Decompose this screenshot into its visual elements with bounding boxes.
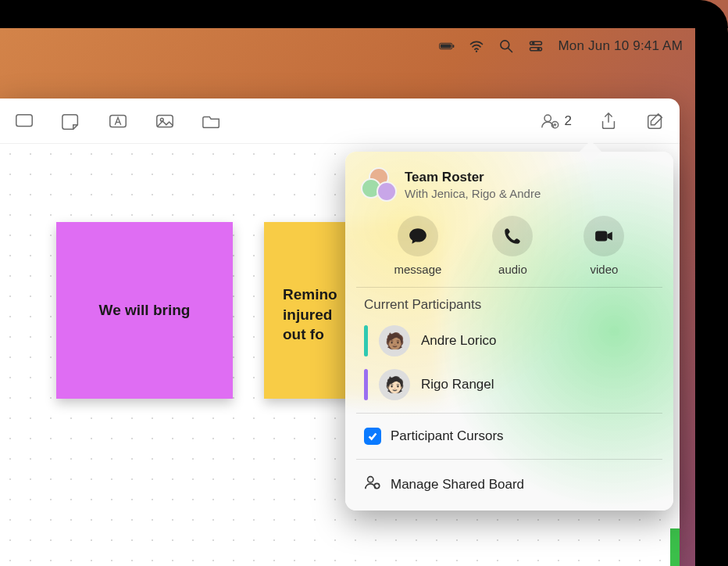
collaboration-popover: Team Roster With Jenica, Rigo & Andre me… bbox=[345, 152, 673, 510]
participants-section-title: Current Participants bbox=[345, 288, 673, 319]
avatar-icon: 🧑🏽 bbox=[379, 325, 410, 356]
svg-rect-17 bbox=[596, 231, 608, 242]
popover-title: Team Roster bbox=[405, 170, 541, 185]
manage-board-icon bbox=[364, 474, 381, 495]
battery-icon[interactable] bbox=[439, 38, 455, 54]
checkbox-checked-icon bbox=[364, 428, 381, 445]
divider bbox=[356, 459, 662, 460]
divider bbox=[356, 413, 662, 414]
svg-point-7 bbox=[532, 41, 535, 45]
svg-rect-8 bbox=[530, 48, 542, 51]
toolbar-shape-button[interactable] bbox=[14, 111, 34, 131]
popover-subtitle: With Jenica, Rigo & Andre bbox=[405, 187, 541, 200]
avatar-icon bbox=[376, 181, 397, 202]
action-label: message bbox=[394, 263, 442, 276]
toolbar-collaborate-button[interactable]: 2 bbox=[540, 111, 572, 131]
audio-button[interactable]: audio bbox=[492, 216, 533, 276]
toolbar-media-button[interactable] bbox=[155, 111, 175, 131]
menubar-datetime[interactable]: Mon Jun 10 9:41 AM bbox=[558, 38, 683, 54]
sticky-note-edge bbox=[670, 528, 680, 566]
svg-point-18 bbox=[368, 477, 373, 482]
participant-name: Andre Lorico bbox=[421, 333, 496, 349]
device-bezel-right bbox=[695, 0, 728, 566]
collaborate-count: 2 bbox=[565, 113, 572, 129]
device-bezel-top bbox=[0, 0, 728, 28]
toolbar: 2 bbox=[0, 99, 680, 144]
phone-icon bbox=[492, 216, 533, 256]
menubar: Mon Jun 10 9:41 AM bbox=[0, 28, 695, 64]
control-center-icon[interactable] bbox=[528, 38, 544, 54]
svg-rect-1 bbox=[441, 45, 451, 48]
svg-point-14 bbox=[544, 115, 551, 121]
action-label: video bbox=[591, 263, 619, 276]
manage-shared-board-label: Manage Shared Board bbox=[391, 477, 524, 493]
video-button[interactable]: video bbox=[583, 216, 624, 276]
participant-cursors-label: Participant Cursors bbox=[391, 428, 504, 444]
sticky-text: Remino injured out fo bbox=[283, 285, 337, 345]
popover-actions: message audio video bbox=[356, 211, 662, 288]
avatar-icon: 🧑🏻 bbox=[379, 369, 410, 400]
message-icon bbox=[398, 216, 438, 256]
sticky-text: We will bring bbox=[99, 302, 191, 319]
group-avatar-cluster bbox=[361, 167, 395, 202]
manage-shared-board-button[interactable]: Manage Shared Board bbox=[345, 466, 673, 503]
participant-color-bar bbox=[364, 369, 368, 400]
toolbar-sticky-button[interactable] bbox=[61, 111, 81, 131]
participant-name: Rigo Rangel bbox=[421, 377, 494, 392]
participant-color-bar bbox=[364, 325, 368, 356]
toolbar-files-button[interactable] bbox=[202, 111, 222, 131]
svg-rect-10 bbox=[16, 114, 32, 126]
spotlight-icon[interactable] bbox=[498, 38, 514, 54]
participant-cursors-toggle[interactable]: Participant Cursors bbox=[345, 420, 673, 453]
toolbar-text-button[interactable] bbox=[108, 111, 128, 131]
toolbar-compose-button[interactable] bbox=[645, 111, 666, 131]
svg-point-9 bbox=[537, 48, 541, 51]
svg-line-5 bbox=[509, 48, 512, 52]
svg-rect-6 bbox=[530, 41, 542, 45]
popover-header: Team Roster With Jenica, Rigo & Andre bbox=[345, 163, 673, 211]
wifi-icon[interactable] bbox=[469, 38, 484, 54]
message-button[interactable]: message bbox=[394, 216, 442, 276]
svg-point-3 bbox=[476, 51, 477, 52]
toolbar-share-button[interactable] bbox=[598, 111, 619, 131]
video-icon bbox=[583, 216, 624, 256]
sticky-note[interactable]: We will bring bbox=[56, 222, 233, 399]
svg-rect-2 bbox=[453, 45, 455, 48]
participant-row[interactable]: 🧑🏽 Andre Lorico bbox=[345, 319, 673, 363]
action-label: audio bbox=[498, 263, 527, 276]
participant-row[interactable]: 🧑🏻 Rigo Rangel bbox=[345, 363, 673, 407]
